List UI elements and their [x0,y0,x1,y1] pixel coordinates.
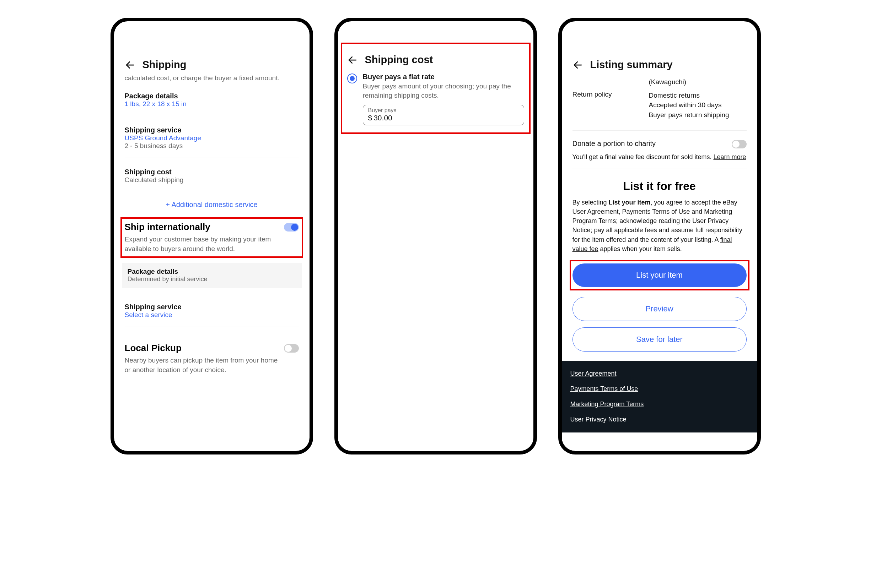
donate-title: Donate a portion to charity [573,140,656,148]
add-domestic-service-link[interactable]: + Additional domestic service [125,192,299,217]
page-title: Listing summary [590,59,673,71]
list-it-for-free-heading: List it for free [573,180,747,193]
value: Determined by initial service [127,276,296,283]
list-your-item-highlight: List your item [570,260,750,291]
shipping-cost-row[interactable]: Shipping cost Calculated shipping [125,158,299,184]
phone-shipping-cost: Shipping cost Buyer pays a flat rate Buy… [334,18,537,455]
label: Shipping cost [125,168,299,176]
value: USPS Ground Advantage [125,134,299,142]
local-pickup-desc: Nearby buyers can pickup the item from y… [125,356,278,375]
agreement-text: By selecting List your item, you agree t… [573,198,747,254]
return-policy-label: Return policy [573,91,642,120]
donate-toggle[interactable] [732,140,747,148]
ship-internationally-highlight: Ship internationally Expand your custome… [120,217,303,258]
location-value: (Kawaguchi) [649,77,747,87]
privacy-notice-link[interactable]: User Privacy Notice [570,416,749,423]
package-details-row[interactable]: Package details 1 lbs, 22 x 18 x 15 in [125,82,299,108]
page-title: Shipping cost [365,54,433,66]
intl-title: Ship internationally [125,222,278,233]
page-title: Shipping [142,59,187,71]
label: Shipping service [125,303,299,311]
ship-internationally-toggle[interactable] [284,223,299,231]
footer-links: User Agreement Payments Terms of Use Mar… [562,361,757,433]
intl-shipping-service-row[interactable]: Shipping service Select a service [125,293,299,319]
donate-description: You'll get a final value fee discount fo… [573,154,747,161]
back-icon[interactable] [573,60,583,70]
learn-more-link[interactable]: Learn more [714,154,746,161]
value: Select a service [125,311,299,319]
radio-title: Buyer pays a flat rate [363,73,524,81]
list-your-item-button[interactable]: List your item [573,263,747,287]
return-policy-value: Domestic returns Accepted within 30 days… [649,91,747,120]
user-agreement-link[interactable]: User Agreement [570,370,749,378]
value: 1 lbs, 22 x 18 x 15 in [125,100,299,108]
radio-selected-icon[interactable] [347,73,357,84]
value: Calculated shipping [125,176,299,184]
save-for-later-button[interactable]: Save for later [573,327,747,352]
currency-symbol: $ [368,113,373,122]
input-label: Buyer pays [368,107,519,113]
eta: 2 - 5 business days [125,142,299,150]
phone-shipping: Shipping calculated cost, or charge the … [111,18,313,455]
flat-rate-option[interactable]: Buyer pays a flat rate Buyer pays amount… [347,73,524,125]
label: Package details [127,268,296,276]
phone-listing-summary: Listing summary (Kawaguchi) Return polic… [558,18,761,455]
radio-desc: Buyer pays amount of your choosing; you … [363,82,524,100]
input-value: 30.00 [374,113,392,122]
intl-desc: Expand your customer base by making your… [125,235,278,254]
label: Package details [125,92,299,100]
back-icon[interactable] [347,55,358,65]
shipping-service-row[interactable]: Shipping service USPS Ground Advantage 2… [125,116,299,150]
flat-rate-highlight: Shipping cost Buyer pays a flat rate Buy… [341,43,531,134]
local-pickup-title: Local Pickup [125,343,278,354]
marketing-terms-link[interactable]: Marketing Program Terms [570,400,749,408]
payments-terms-link[interactable]: Payments Terms of Use [570,385,749,393]
intl-package-details: Package details Determined by initial se… [122,263,302,288]
preview-button[interactable]: Preview [573,297,747,321]
back-icon[interactable] [125,60,135,70]
local-pickup-toggle[interactable] [284,344,299,352]
donate-row[interactable]: Donate a portion to charity [573,139,747,148]
subtitle: calculated cost, or charge the buyer a f… [125,74,299,82]
buyer-pays-input[interactable]: Buyer pays $ 30.00 [363,105,524,125]
label: Shipping service [125,126,299,134]
